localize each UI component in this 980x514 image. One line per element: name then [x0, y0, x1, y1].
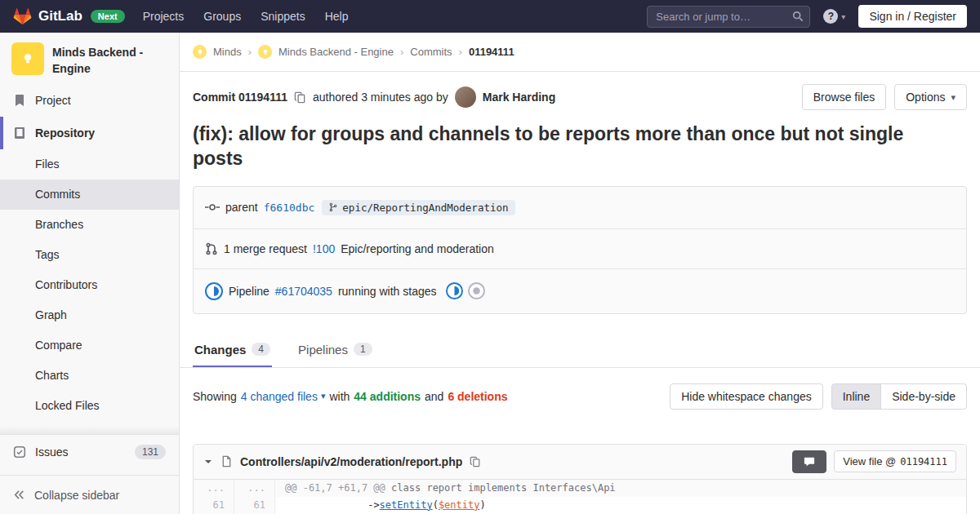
- sidebar-item-contributors[interactable]: Contributors: [0, 270, 179, 300]
- toggle-comments-button[interactable]: [792, 450, 826, 473]
- project-avatar: [11, 42, 44, 75]
- collapse-diff-chevron[interactable]: [203, 457, 213, 467]
- collapse-sidebar-button[interactable]: Collapse sidebar: [0, 475, 179, 514]
- help-dropdown[interactable]: ? ▾: [823, 9, 845, 24]
- copy-sha-button[interactable]: [294, 91, 306, 104]
- file-diff-container: Controllers/api/v2/moderation/report.php…: [193, 444, 967, 514]
- changed-files-label: 4 changed files: [241, 390, 318, 403]
- sidebar-item-issues[interactable]: Issues 131: [0, 434, 179, 470]
- navbar-right: ? ▾ Sign in / Register: [647, 5, 967, 28]
- stage-running-icon[interactable]: [446, 282, 463, 299]
- pipeline-id-link[interactable]: #61704035: [275, 285, 332, 298]
- sidebar-item-project[interactable]: Project: [0, 84, 179, 117]
- new-line-number[interactable]: 61: [234, 497, 275, 514]
- group-avatar: [193, 45, 207, 59]
- breadcrumb-group[interactable]: Minds: [213, 46, 242, 58]
- sub-item-label: Contributors: [35, 278, 97, 291]
- browse-files-button[interactable]: Browse files: [802, 84, 886, 110]
- mr-count-text: 1 merge request: [224, 242, 307, 255]
- tab-changes[interactable]: Changes 4: [193, 332, 272, 367]
- sub-item-label: Charts: [35, 369, 69, 382]
- old-line-number[interactable]: 61: [194, 497, 234, 514]
- copy-file-path-button[interactable]: [470, 456, 481, 467]
- file-icon: [220, 455, 233, 467]
- project-context-header[interactable]: Minds Backend - Engine: [0, 33, 179, 84]
- diff-table: ... ... @@ -61,7 +61,7 @@ class report i…: [194, 480, 966, 514]
- sub-item-label: Files: [35, 157, 60, 171]
- commit-info-box: parent f6610dbc epic/ReportingAndModerat…: [193, 186, 967, 314]
- sidebar-item-repository[interactable]: Repository: [0, 117, 179, 149]
- parent-sha-link[interactable]: f6610dbc: [264, 202, 315, 214]
- commit-header-row: Commit 01194111 authored 3 minutes ago b…: [180, 72, 980, 110]
- pipeline-row: Pipeline #61704035 running with stages: [194, 268, 966, 313]
- old-line-cell: ...: [194, 480, 234, 497]
- sign-in-button[interactable]: Sign in / Register: [858, 5, 967, 28]
- help-icon: ?: [823, 9, 838, 24]
- additions-count: 44 additions: [354, 390, 421, 403]
- stage-created-icon[interactable]: [468, 282, 485, 299]
- code-variable-token: $entity: [439, 499, 480, 511]
- lightbulb-icon: [196, 48, 204, 56]
- merge-request-row: 1 merge request !100 Epic/reporting and …: [194, 228, 966, 268]
- commit-sha-label: Commit 01194111: [193, 91, 287, 104]
- main-content: Minds › Minds Backend - Engine › Commits…: [180, 33, 980, 514]
- hunk-range: @@ -61,7 +61,7 @@: [285, 482, 385, 494]
- hunk-header-code: @@ -61,7 +61,7 @@ class report implement…: [275, 480, 966, 497]
- issues-count-badge: 131: [135, 445, 166, 459]
- nav-projects[interactable]: Projects: [143, 10, 185, 23]
- project-avatar-small: [258, 45, 272, 59]
- showing-label: Showing: [193, 390, 237, 403]
- gitlab-tanuki-icon: [13, 7, 32, 25]
- sidebar-item-charts[interactable]: Charts: [0, 361, 179, 391]
- sidebar-item-tags[interactable]: Tags: [0, 240, 179, 270]
- breadcrumb-commits[interactable]: Commits: [410, 46, 452, 58]
- sidebar-item-locked-files[interactable]: Locked Files: [0, 391, 179, 421]
- nav-groups[interactable]: Groups: [203, 10, 241, 23]
- search-icon[interactable]: [792, 11, 804, 22]
- sub-item-label: Locked Files: [35, 399, 100, 412]
- diff-view-controls: Hide whitespace changes Inline Side-by-s…: [670, 383, 967, 410]
- pipeline-running-icon[interactable]: [205, 282, 223, 300]
- gitlab-home-link[interactable]: GitLab Next: [13, 7, 125, 25]
- file-path-link[interactable]: Controllers/api/v2/moderation/report.php: [240, 455, 462, 468]
- repository-icon: [13, 126, 26, 140]
- brand-text: GitLab: [38, 8, 82, 24]
- inline-view-button[interactable]: Inline: [831, 383, 881, 410]
- side-by-side-label: Side-by-side: [892, 390, 956, 403]
- deletions-count: 6 deletions: [448, 390, 507, 403]
- breadcrumb-project[interactable]: Minds Backend - Engine: [278, 46, 394, 58]
- branch-ref-link[interactable]: epic/ReportingAndModeration: [322, 200, 514, 215]
- project-name: Minds Backend - Engine: [52, 42, 167, 78]
- diff-stats: Showing 4 changed files ▾ with 44 additi…: [193, 390, 508, 403]
- view-file-button[interactable]: View file @ 01194111: [834, 450, 956, 472]
- sub-item-label: Graph: [35, 308, 67, 321]
- sidebar-item-graph[interactable]: Graph: [0, 300, 179, 330]
- sidebar-item-files[interactable]: Files: [0, 149, 179, 179]
- mr-ref-link[interactable]: !100: [313, 242, 335, 255]
- author-avatar[interactable]: [455, 86, 476, 108]
- nav-snippets[interactable]: Snippets: [261, 10, 305, 23]
- sidebar-item-commits[interactable]: Commits: [0, 179, 179, 210]
- changed-files-dropdown[interactable]: 4 changed files ▾: [241, 390, 326, 403]
- mr-title: Epic/reporting and moderation: [341, 242, 494, 255]
- tab-pipelines[interactable]: Pipelines 1: [296, 332, 374, 367]
- double-chevron-left-icon: [13, 489, 25, 501]
- side-by-side-view-button[interactable]: Side-by-side: [880, 383, 967, 410]
- sidebar-scroll-fade: [0, 426, 179, 434]
- comment-icon: [804, 456, 815, 467]
- search-input[interactable]: [647, 6, 810, 28]
- commit-title: (fix): allow for groups and channels to …: [180, 110, 968, 171]
- author-name-link[interactable]: Mark Harding: [483, 91, 555, 104]
- issues-icon: [13, 445, 26, 459]
- code-token: ->: [368, 499, 379, 511]
- branch-icon: [328, 202, 338, 212]
- commit-icon: [205, 202, 220, 212]
- sidebar-item-compare[interactable]: Compare: [0, 330, 179, 361]
- sidebar-item-branches[interactable]: Branches: [0, 210, 179, 240]
- inline-label: Inline: [843, 390, 870, 403]
- chevron-down-icon: ▾: [321, 391, 326, 401]
- collapse-sidebar-label: Collapse sidebar: [34, 489, 119, 502]
- options-dropdown-button[interactable]: Options ▾: [894, 84, 967, 110]
- hide-whitespace-button[interactable]: Hide whitespace changes: [670, 383, 823, 410]
- nav-help[interactable]: Help: [325, 10, 349, 23]
